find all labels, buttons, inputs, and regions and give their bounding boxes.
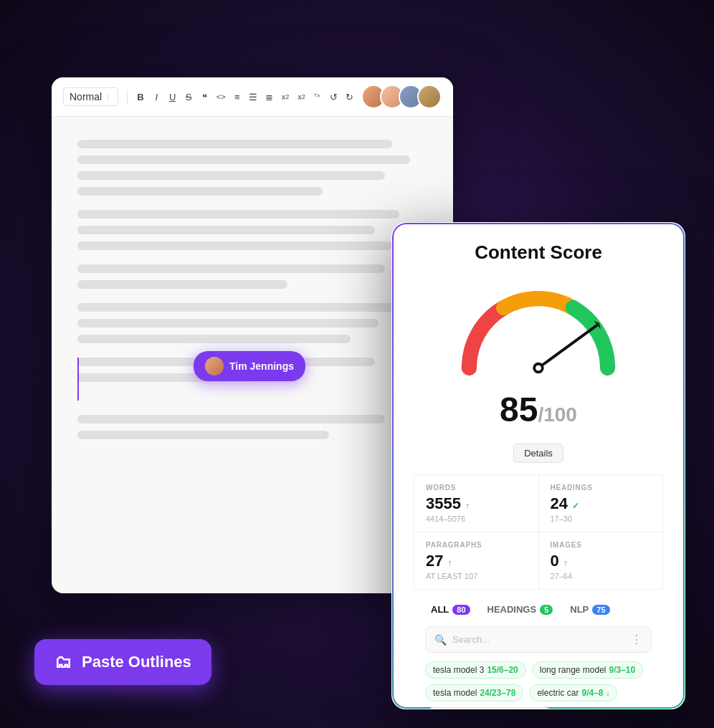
gauge-svg — [445, 278, 632, 378]
text-line — [77, 155, 410, 164]
text-line — [77, 303, 403, 312]
tab-headings-badge: 5 — [540, 605, 553, 615]
score-content: Content Score — [394, 224, 683, 709]
style-select[interactable]: Normal ⋮ — [63, 87, 118, 106]
text-line — [77, 187, 323, 196]
score-number: 85/100 — [414, 390, 663, 429]
details-button[interactable]: Details — [513, 444, 563, 463]
images-range: 27–64 — [551, 572, 652, 580]
cursor — [77, 358, 79, 401]
text-line — [77, 280, 287, 289]
words-stat: WORDS 3555 ↑ 4414–5076 — [414, 475, 539, 532]
tag-standard-range-model[interactable]: standard range model 6/2–10 — [425, 707, 553, 709]
text-line — [77, 431, 329, 439]
tim-avatar — [205, 357, 224, 375]
images-arrow: ↑ — [563, 558, 568, 568]
avatar-4 — [417, 85, 442, 109]
tab-headings[interactable]: HEADINGS 5 — [482, 601, 559, 618]
words-value: 3555 ↑ — [426, 494, 527, 513]
gauge — [445, 278, 632, 378]
superscript-button[interactable]: x2 — [297, 87, 305, 106]
images-label: IMAGES — [551, 541, 652, 549]
tabs-row: ALL 80 HEADINGS 5 NLP 75 — [414, 601, 663, 626]
text-line — [77, 264, 385, 273]
tag-tesla-model[interactable]: tesla model 24/23–78 — [425, 684, 523, 701]
tab-all-badge: 80 — [452, 605, 470, 615]
tim-name: Tim Jennings — [229, 360, 294, 372]
svg-point-2 — [536, 365, 541, 371]
headings-range: 17–30 — [551, 514, 652, 523]
search-options-icon[interactable]: ⋮ — [631, 633, 642, 646]
paste-outlines-button[interactable]: 🗂 Paste Outlines — [34, 639, 211, 685]
words-range: 4414–5076 — [426, 514, 527, 523]
images-value: 0 ↑ — [551, 552, 652, 570]
tab-all[interactable]: ALL 80 — [425, 601, 476, 618]
paragraphs-arrow: ↑ — [448, 558, 452, 568]
score-value: 85 — [500, 391, 538, 428]
words-label: WORDS — [426, 484, 527, 492]
paragraphs-stat: PARAGRAPHS 27 ↑ AT LEAST 107 — [414, 532, 539, 590]
tag-electric-car[interactable]: electric car 9/4–8 ↓ — [529, 684, 617, 701]
redo-button[interactable]: ↻ — [346, 87, 354, 106]
tag-tesla-model-3[interactable]: tesla model 3 15/6–20 — [425, 661, 526, 679]
undo-button[interactable]: ↺ — [329, 87, 338, 106]
bold-button[interactable]: B — [136, 87, 145, 106]
paragraphs-range: AT LEAST 107 — [426, 572, 527, 580]
content-score-title: Content Score — [414, 241, 663, 264]
text-line — [77, 140, 392, 148]
text-line — [77, 335, 351, 343]
collaborator-avatars — [361, 85, 442, 109]
clear-format-button[interactable]: ᵀˣ — [313, 87, 322, 106]
paste-outlines-label: Paste Outlines — [82, 653, 191, 671]
score-denom: /100 — [538, 403, 577, 426]
tab-all-label: ALL — [431, 604, 449, 615]
score-card: Content Score — [391, 222, 685, 709]
tab-nlp[interactable]: NLP 75 — [564, 601, 615, 618]
paste-icon: 🗂 — [54, 652, 72, 672]
ordered-list-button[interactable]: ☰ — [249, 87, 257, 106]
tags-container: tesla model 3 15/6–20 long range model 9… — [414, 661, 663, 709]
headings-arrow: ✓ — [572, 501, 579, 511]
tags-row-1: tesla model 3 15/6–20 long range model 9… — [425, 661, 652, 679]
images-stat: IMAGES 0 ↑ 27–64 — [539, 532, 664, 590]
text-line — [77, 226, 375, 234]
toolbar: Normal ⋮ B I U S ❝ <> ≡ ☰ ≣ x2 x2 ᵀˣ ↺ ↻ — [52, 77, 453, 117]
headings-label: HEADINGS — [551, 484, 652, 492]
search-row[interactable]: 🔍 Search... ⋮ — [425, 626, 652, 653]
strikethrough-button[interactable]: S — [184, 87, 193, 106]
tab-nlp-badge: 75 — [592, 605, 609, 615]
underline-button[interactable]: U — [168, 87, 176, 106]
unordered-list-button[interactable]: ≣ — [265, 87, 273, 106]
headings-stat: HEADINGS 24 ✓ 17–30 — [539, 475, 664, 532]
tab-headings-label: HEADINGS — [487, 604, 537, 615]
text-line — [77, 241, 392, 250]
tags-row-2: tesla model 24/23–78 electric car 9/4–8 … — [425, 684, 652, 701]
tags-row-3: standard range model 6/2–10 performance … — [425, 707, 652, 709]
paragraphs-label: PARAGRAPHS — [426, 541, 527, 549]
text-line — [77, 210, 399, 219]
text-line — [77, 171, 385, 180]
tim-jennings-tooltip: Tim Jennings — [194, 351, 305, 381]
tab-nlp-label: NLP — [570, 604, 589, 615]
style-arrow-icon: ⋮ — [105, 93, 112, 101]
search-icon: 🔍 — [434, 634, 447, 646]
stats-grid: WORDS 3555 ↑ 4414–5076 HEADINGS 24 ✓ 17–… — [414, 474, 663, 590]
style-label: Normal — [70, 91, 102, 102]
words-arrow: ↑ — [465, 501, 470, 511]
tag-long-range-model[interactable]: long range model 9/3–10 — [532, 661, 643, 679]
text-line — [77, 415, 385, 423]
subscript-button[interactable]: x2 — [281, 87, 290, 106]
quote-button[interactable]: ❝ — [200, 87, 209, 106]
paragraphs-value: 27 ↑ — [426, 552, 527, 570]
code-button[interactable]: <> — [216, 87, 226, 106]
svg-line-0 — [538, 325, 597, 368]
headings-value: 24 ✓ — [551, 494, 652, 513]
text-line — [77, 319, 379, 327]
score-card-inner: Content Score — [394, 224, 683, 707]
italic-button[interactable]: I — [152, 87, 161, 106]
search-placeholder: Search... — [452, 634, 625, 645]
tag-electric-car-arrow: ↓ — [606, 689, 609, 697]
align-button[interactable]: ≡ — [233, 87, 242, 106]
